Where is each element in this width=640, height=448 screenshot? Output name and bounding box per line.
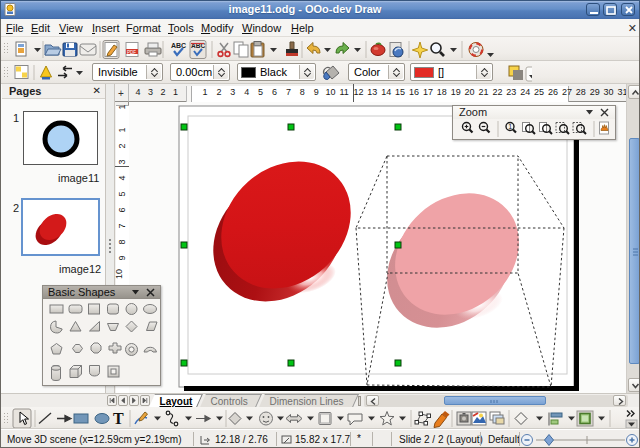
svg-text:PDF: PDF xyxy=(127,50,136,55)
svg-text:ABC: ABC xyxy=(171,42,186,49)
svg-text:T: T xyxy=(113,410,124,427)
svg-text:1: 1 xyxy=(508,123,512,130)
